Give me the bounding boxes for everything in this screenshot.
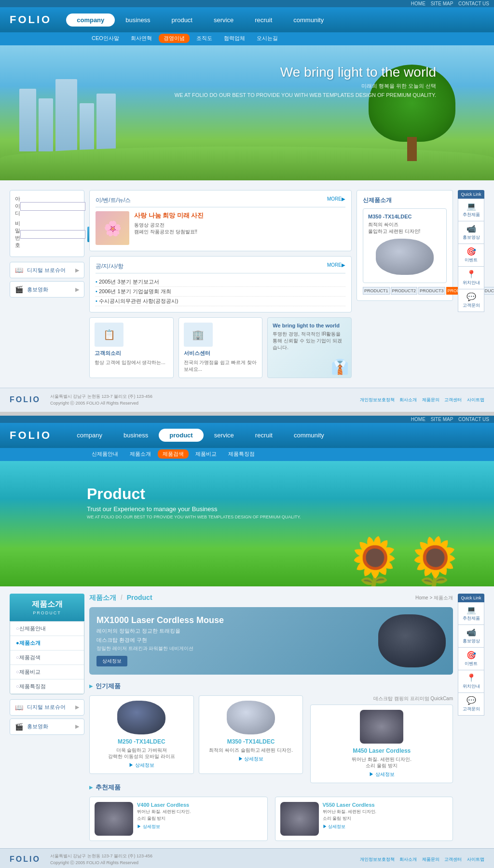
footer-link-about[interactable]: 회사소개	[399, 397, 417, 402]
footer-text: 서울특별시 강남구 논현동 123-7 블리오 (주) 123-456 Copy…	[50, 393, 152, 407]
product-m350-detail[interactable]: ▶ 상세정보	[204, 756, 298, 762]
product-desc2: 올입하고 세련된 디자인!	[368, 228, 441, 235]
footer2-link-product[interactable]: 제품문의	[422, 857, 439, 862]
nav2-community[interactable]: community	[283, 429, 335, 442]
nav2-business[interactable]: business	[113, 429, 159, 442]
product-tab-2[interactable]: PRODUCT2	[391, 287, 418, 295]
promo-menu-item[interactable]: 🎬 홍보영화 ▶	[10, 281, 84, 298]
sidebar2-product-feature[interactable]: 제품특징점	[10, 679, 84, 694]
notice-title: 공/지/사/항	[96, 262, 124, 271]
home-link-2[interactable]: HOME	[411, 417, 425, 422]
event-more-link[interactable]: MORE▶	[327, 196, 345, 204]
notice-item-2[interactable]: 2006년 1분기 기업설명회 개최	[96, 287, 345, 297]
footer2-link-support[interactable]: 고객센터	[444, 857, 462, 862]
event-image: 🌸	[96, 211, 129, 245]
hero2-text: Product Trust our Experience to manage y…	[87, 485, 301, 519]
promo-video-icon: 📹	[460, 224, 482, 233]
customer-voice-icon: 📋	[95, 323, 124, 347]
sub-nav-org[interactable]: 조직도	[192, 34, 217, 43]
sidebar2-product-search[interactable]: 제품검색	[10, 651, 84, 665]
footer: FOLIO 서울특별시 강남구 논현동 123-7 블리오 (주) 123-45…	[0, 388, 494, 412]
sub-nav2-compare[interactable]: 제품비교	[191, 449, 221, 459]
rec-v400-detail[interactable]: ▶ 상세정보	[137, 824, 191, 830]
promo-label-2: 홍보영화	[27, 723, 48, 730]
nav2-service[interactable]: service	[204, 429, 245, 442]
product-sidebar-title: 제품소개	[15, 599, 79, 610]
quick-link-promo-video[interactable]: 📹 홍보영상	[458, 221, 484, 244]
building-5	[96, 94, 116, 151]
quick-link2-inquiry[interactable]: 💬 고객문의	[458, 693, 484, 716]
notice-item-3[interactable]: 수시공시의무관련 사항(공정공시)	[96, 297, 345, 306]
home-link[interactable]: HOME	[411, 1, 425, 6]
footer-link-product[interactable]: 제품문의	[422, 397, 439, 402]
notice-item-1[interactable]: 2005년 3분기 분기보고서	[96, 277, 345, 287]
brochure-menu-item[interactable]: 📖 디지털 브로슈어 ▶	[10, 262, 84, 278]
nav-business[interactable]: business	[115, 14, 161, 27]
sidebar2-product-compare[interactable]: 제품비교	[10, 665, 84, 679]
brochure-menu-item-2[interactable]: 📖 디지털 브로슈어 ▶	[10, 699, 84, 716]
nav-items: company business product service recruit…	[66, 14, 334, 27]
login-pw-input[interactable]	[20, 230, 85, 239]
contact-link[interactable]: CONTACT US	[458, 1, 489, 6]
sitemap-link-2[interactable]: SITE MAP	[431, 417, 453, 422]
sub-nav-ceo[interactable]: CEO인사말	[87, 34, 124, 43]
rec-v550-detail[interactable]: ▶ 상세정보	[323, 824, 377, 830]
quick-link2-event[interactable]: 🎯 이벤트	[458, 648, 484, 670]
sub-nav-history[interactable]: 회사연혁	[126, 34, 157, 43]
nav-product[interactable]: product	[161, 14, 203, 27]
nav2-product[interactable]: product	[159, 429, 203, 442]
product-m250-detail[interactable]: ▶ 상세정보	[95, 762, 189, 769]
footer2-link-sitemap[interactable]: 사이트맵	[467, 857, 484, 862]
nav-community[interactable]: community	[283, 14, 334, 27]
quick-link-event[interactable]: 🎯 이벤트	[458, 244, 484, 267]
sub-nav2-new[interactable]: 신제품안내	[87, 449, 123, 459]
footer2-link-privacy[interactable]: 개인정보보호정책	[360, 857, 395, 862]
quick-link2-location[interactable]: 📍 위치안내	[458, 670, 484, 693]
product-m450-detail[interactable]: ▶ 상세정보	[316, 771, 448, 778]
breadcrumb-title-en[interactable]: Product	[127, 594, 152, 601]
footer-link-privacy[interactable]: 개인정보보호정책	[360, 397, 395, 402]
sub-nav-partner[interactable]: 협력업체	[219, 34, 250, 43]
utility-bar: HOME SITE MAP CONTACT US	[0, 0, 494, 7]
sitemap-link[interactable]: SITE MAP	[431, 1, 453, 6]
nav-recruit[interactable]: recruit	[244, 14, 283, 27]
quick-link-location[interactable]: 📍 위치안내	[458, 267, 484, 289]
nav2-recruit[interactable]: recruit	[245, 429, 283, 442]
featured-detail-button[interactable]: 상세정보	[96, 656, 127, 666]
contact-link-2[interactable]: CONTACT US	[458, 417, 489, 422]
customer-voice-title: 고객의소리	[95, 350, 168, 357]
product-tab-1[interactable]: PRODUCT1	[363, 287, 390, 295]
quick-link2-promo[interactable]: 📹 홍보영상	[458, 625, 484, 648]
sidebar2-product-intro[interactable]: 제품소개	[10, 636, 84, 651]
sub-nav: CEO인사말 회사연혁 경영이념 조직도 협력업체 오시는길	[0, 32, 494, 45]
camera-img-m450	[360, 710, 403, 744]
footer-link-sitemap[interactable]: 사이트맵	[467, 397, 484, 402]
footer-link-support[interactable]: 고객센터	[444, 397, 462, 402]
sub-nav2-search[interactable]: 제품검색	[158, 449, 189, 459]
quick-link-promo-label: 홍보영상	[463, 235, 480, 240]
promo-menu-item-2[interactable]: 🎬 홍보영화 ▶	[10, 719, 84, 735]
product-tab-3[interactable]: PRODUCT3	[418, 287, 445, 295]
quick-link-recommend[interactable]: 💻 추천제품	[458, 199, 484, 221]
quick-link-inquiry[interactable]: 💬 고객문의	[458, 289, 484, 312]
nav2-company[interactable]: company	[66, 429, 113, 442]
nav-company[interactable]: company	[66, 14, 115, 27]
login-id-label: 아이디	[15, 195, 20, 217]
sub-nav-management[interactable]: 경영이념	[159, 34, 190, 43]
brand-message-box: We bring light to the world 투명한 경영, 적극적인…	[267, 317, 352, 378]
quick-link2-recommend[interactable]: 💻 추천제품	[458, 602, 484, 625]
featured-mouse-image	[378, 614, 446, 667]
featured-product: MX1000 Laser Cordless Mouse 레이저의 정밀하고 정교…	[89, 607, 453, 675]
sub-nav2-intro[interactable]: 제품소개	[125, 449, 156, 459]
promo-icon-2: 🎬	[15, 723, 23, 731]
sub-nav-location[interactable]: 오시는길	[252, 34, 283, 43]
login-id-input[interactable]	[20, 202, 85, 211]
notice-more-link[interactable]: MORE▶	[327, 262, 345, 271]
sub-nav2-feature[interactable]: 제품특징점	[223, 449, 260, 459]
hero2-desc: WE AT FOLIO DO OUR BEST TO PROVIDE YOU W…	[87, 515, 301, 519]
login-box: 아이디 비밀번호 확인	[10, 190, 84, 257]
nav-service[interactable]: service	[203, 14, 244, 27]
brochure-icon-2: 📖	[15, 704, 23, 711]
footer2-link-about[interactable]: 회사소개	[399, 857, 417, 862]
sidebar2-new-product[interactable]: 신제품안내	[10, 622, 84, 636]
